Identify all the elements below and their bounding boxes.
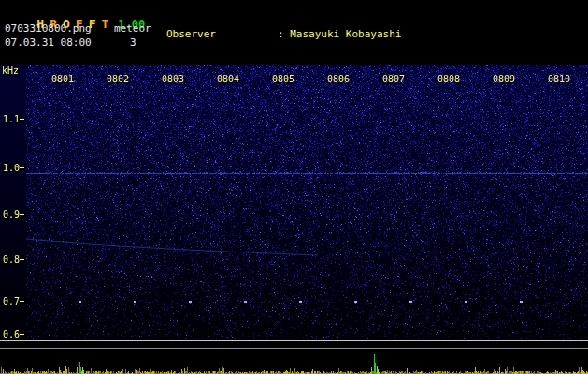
freq-tick-mark <box>20 167 24 168</box>
title-letter: T <box>101 17 108 31</box>
freq-axis-unit: kHz <box>2 65 19 76</box>
signal-level-canvas <box>0 351 588 374</box>
time-label: 0801 <box>51 74 74 84</box>
datetime-label: 07.03.31 08:00 <box>5 36 92 49</box>
spectrogram-canvas <box>0 65 588 339</box>
freq-tick-mark <box>20 334 24 335</box>
freq-tick-label: 0.9 <box>3 209 20 220</box>
separator-line-top <box>0 340 588 341</box>
time-label: 0807 <box>382 74 405 84</box>
time-label: 0810 <box>548 74 570 84</box>
freq-tick-label: 0.6 <box>3 329 20 339</box>
time-label: 0802 <box>107 74 129 84</box>
freq-tick-label: 0.8 <box>3 254 20 265</box>
output-filename: 0703310800.png <box>5 22 92 35</box>
freq-tick-label: 1.1 <box>3 114 20 124</box>
freq-tick-mark <box>20 301 24 302</box>
meteor-count: 3 <box>130 36 136 49</box>
time-label: 0803 <box>162 74 184 84</box>
separator-line-bottom <box>0 348 588 349</box>
freq-tick-label: 0.7 <box>3 296 20 307</box>
time-label: 0808 <box>437 74 460 84</box>
hrofft-screen: HROFFT1.00 0703310800.png meteor 07.03.3… <box>0 0 588 374</box>
info-value: Masayuki Kobayashi <box>290 28 401 40</box>
time-label: 0809 <box>493 74 515 84</box>
freq-tick-mark <box>20 259 24 260</box>
freq-tick-mark <box>20 119 24 120</box>
info-colon: : <box>278 28 290 40</box>
mode-label: meteor <box>114 22 151 35</box>
freq-tick-mark <box>20 214 24 215</box>
info-row-observer: Observer: Masayuki Kobayashi <box>166 28 581 41</box>
freq-tick-label: 1.0 <box>3 163 20 173</box>
time-label: 0805 <box>272 74 294 84</box>
time-label: 0804 <box>217 74 239 84</box>
time-label: 0806 <box>327 74 350 84</box>
info-label: Observer <box>166 28 278 41</box>
